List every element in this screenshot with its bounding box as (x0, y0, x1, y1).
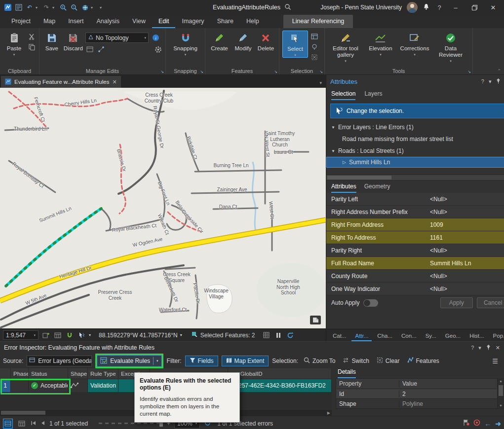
column-feature-globalid[interactable]: ure GlobalID (228, 368, 332, 379)
dock-tab[interactable]: Geo... (442, 331, 464, 341)
field-row[interactable]: Full Road NameSummit Hills Ln (326, 257, 504, 270)
inspector-help-icon[interactable]: ? (471, 345, 474, 351)
close-button[interactable]: ✕ (486, 2, 500, 13)
ribbon-tab-share[interactable]: Share (211, 15, 240, 28)
field-value[interactable]: <Null> (426, 209, 504, 215)
corrections-button[interactable]: Corrections ▾ (398, 31, 431, 57)
previous-record-icon[interactable] (40, 421, 45, 427)
clear-selection-button[interactable]: Clear (375, 356, 402, 366)
dock-tab[interactable]: Cha... (374, 331, 396, 341)
user-avatar[interactable] (407, 2, 418, 13)
shape-cell[interactable] (68, 379, 88, 392)
page-slider[interactable] (99, 423, 163, 424)
expand-caret-icon[interactable]: ▼ (331, 149, 335, 153)
map-canvas[interactable]: Cress Creek Country ClubCherry Hills LnF… (0, 88, 326, 328)
field-row[interactable]: Right From Address1009 (326, 218, 504, 231)
expand-caret-icon[interactable]: ▼ (331, 125, 335, 130)
zoom-in-icon[interactable] (58, 2, 68, 12)
tab-layers[interactable]: Layers (364, 90, 382, 100)
field-row[interactable]: Parity Left<Null> (326, 193, 504, 206)
map-view-tab[interactable]: Evaluating Feature w...Attribute Rules ✕ (1, 76, 121, 88)
source-dropdown[interactable]: Error Layers (Geodat ▾ (27, 356, 92, 366)
expand-arrow-icon[interactable]: ▷ (343, 160, 346, 165)
field-value[interactable]: <Null> (426, 247, 504, 254)
field-row[interactable]: One Way Indicator<Null> (326, 283, 504, 295)
dock-tab[interactable]: Con... (398, 331, 420, 341)
evaluate-rules-dropdown-icon[interactable]: ▾ (156, 359, 158, 363)
explore-dropdown-icon[interactable]: ▾ (91, 5, 96, 10)
auto-apply-toggle[interactable] (363, 299, 378, 307)
notifications-bell-icon[interactable] (423, 3, 430, 12)
change-selection-bar[interactable]: Change the selection. ▾ (330, 104, 504, 118)
hscroll-right-icon[interactable]: ▶ (327, 411, 332, 415)
field-row[interactable]: County Route<Null> (326, 270, 504, 283)
column-shape[interactable]: Shape (68, 368, 88, 379)
snapping-dropdown-icon[interactable]: ▾ (185, 53, 187, 57)
column-phase[interactable]: Phase (11, 368, 29, 379)
minimize-button[interactable]: – (449, 2, 463, 13)
redo-dropdown-icon[interactable]: ▾ (52, 5, 57, 10)
first-record-icon[interactable] (31, 421, 37, 427)
pause-drawing-icon[interactable] (274, 331, 283, 340)
manage-edits-launcher-icon[interactable]: ↘ (160, 70, 164, 74)
field-value[interactable]: 1009 (426, 221, 504, 228)
tab-list-chevron-icon[interactable]: ▾ (319, 80, 322, 85)
select-by-location-icon[interactable] (310, 42, 319, 51)
subtab-attributes[interactable]: Attributes (331, 183, 356, 193)
explore-tool-icon[interactable] (80, 2, 90, 12)
zoom-to-button[interactable]: Zoom To (302, 356, 337, 366)
elevation-dropdown-icon[interactable]: ▾ (380, 53, 382, 57)
coordinates-display[interactable]: 88.1592279°W 41.7857716°N ▾ (99, 332, 182, 339)
list-view-icon[interactable] (3, 419, 13, 429)
undo-icon[interactable]: ↶ (25, 2, 35, 12)
help-button[interactable]: ? (435, 2, 444, 13)
maximize-button[interactable] (467, 2, 481, 13)
column-status[interactable]: Status (29, 368, 68, 379)
grid-view-icon[interactable] (262, 331, 271, 340)
error-marker-icon[interactable] (473, 419, 480, 428)
topology-dropdown[interactable]: No Topology ▾ (85, 33, 149, 43)
inspector-pin-icon[interactable] (486, 344, 491, 351)
field-row[interactable]: Right Address Number Prefix<Null> (326, 206, 504, 218)
customize-qat-icon[interactable]: ▾ (100, 5, 105, 10)
field-value[interactable]: <Null> (426, 196, 504, 203)
pane-pin-icon[interactable] (496, 78, 501, 85)
tab-selection[interactable]: Selection (331, 90, 355, 100)
snap-status-icon[interactable] (65, 331, 74, 340)
paste-button[interactable]: Paste ▾ (3, 31, 25, 57)
ribbon-tab-view[interactable]: View (126, 15, 152, 28)
ribbon-tab-help[interactable]: Help (240, 15, 266, 28)
details-scrollbar[interactable]: ▲▼ (498, 378, 504, 409)
paste-dropdown-icon[interactable]: ▾ (13, 53, 15, 57)
select-tool-button[interactable]: Select ▾ (282, 31, 308, 58)
features-launcher-icon[interactable]: ↘ (274, 70, 277, 74)
inspector-close-icon[interactable]: ✕ (496, 345, 500, 351)
tree-item[interactable]: ▼Roads : Local Streets (1) (326, 145, 504, 157)
fields-filter-button[interactable]: Fields (185, 356, 218, 366)
inspector-options-menu-icon[interactable]: ☰ (492, 358, 501, 365)
undo-dropdown-icon[interactable]: ▾ (36, 5, 40, 10)
snapping-launcher-icon[interactable]: ↘ (200, 70, 203, 74)
tree-item[interactable]: ▷Summit Hills Ln (326, 157, 504, 168)
table-view-icon[interactable] (17, 419, 27, 429)
field-row[interactable]: Right To Address1161 (326, 231, 504, 244)
row-number-cell[interactable]: 1 (0, 379, 11, 392)
field-value[interactable]: <Null> (426, 286, 504, 292)
evaluate-rules-button[interactable]: Evaluate Rules ▾ (97, 355, 161, 367)
corrections-dropdown-icon[interactable]: ▾ (414, 53, 416, 57)
data-reviewer-dropdown-icon[interactable]: ▾ (450, 59, 452, 63)
zoom-out-icon[interactable] (69, 2, 79, 12)
delete-features-button[interactable]: Delete (256, 31, 276, 52)
next-error-icon[interactable]: ➜ (495, 420, 501, 428)
redo-icon[interactable]: ↷ (41, 2, 51, 12)
dock-tab[interactable]: Attr... (351, 331, 372, 341)
error-inspector-icon[interactable] (85, 45, 94, 54)
select-dropdown-icon[interactable]: ▾ (294, 53, 296, 57)
ribbon-tab-project[interactable]: Project (5, 15, 37, 28)
create-features-button[interactable]: Create (208, 31, 231, 52)
dock-tab[interactable]: Sy... (422, 331, 440, 341)
field-row[interactable]: Parity Right<Null> (326, 244, 504, 257)
reviewer-flag-icon[interactable] (463, 419, 469, 428)
edit-settings-gear-icon[interactable] (154, 45, 162, 54)
editor-gallery-dropdown-icon[interactable]: ▾ (345, 59, 347, 63)
